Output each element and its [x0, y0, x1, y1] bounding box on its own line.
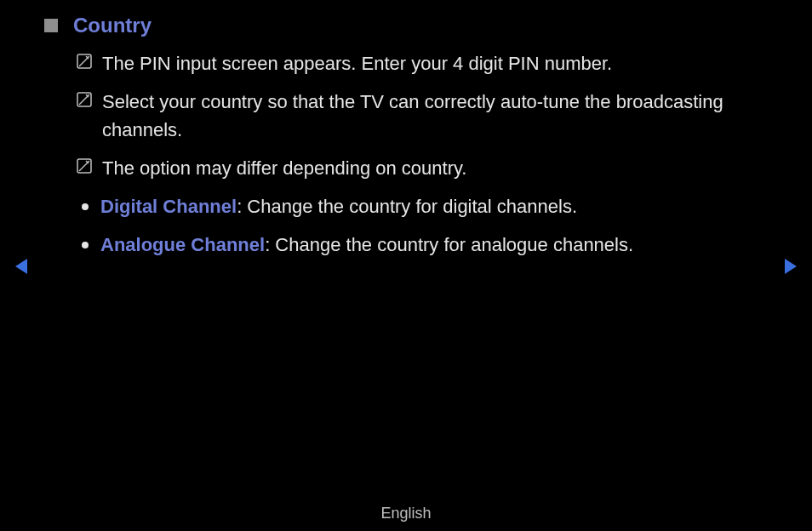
note-row: The option may differ depending on count…	[77, 154, 761, 182]
bullet-text: Digital Channel: Change the country for …	[100, 192, 577, 220]
footer-language-label: English	[0, 505, 812, 522]
note-icon	[77, 92, 92, 107]
prev-page-button[interactable]	[14, 257, 29, 276]
note-icon	[77, 158, 92, 174]
bullet-label: Analogue Channel	[100, 234, 265, 255]
bullet-row: Analogue Channel: Change the country for…	[77, 231, 761, 259]
note-row: The PIN input screen appears. Enter your…	[77, 49, 761, 77]
note-icon	[77, 54, 92, 69]
next-page-button[interactable]	[783, 257, 798, 276]
bullet-icon	[82, 203, 89, 210]
bullet-label: Digital Channel	[100, 196, 237, 217]
note-text: The option may differ depending on count…	[102, 154, 466, 182]
section-bullet-icon	[44, 19, 58, 32]
note-text: The PIN input screen appears. Enter your…	[102, 49, 612, 77]
svg-marker-3	[15, 259, 27, 274]
note-text: Select your country so that the TV can c…	[102, 88, 761, 144]
bullet-desc: : Change the country for analogue channe…	[265, 234, 633, 255]
bullet-desc: : Change the country for digital channel…	[237, 196, 577, 217]
bullet-row: Digital Channel: Change the country for …	[77, 192, 761, 220]
svg-marker-4	[785, 259, 797, 274]
section-body: The PIN input screen appears. Enter your…	[44, 49, 761, 259]
bullet-icon	[82, 242, 89, 248]
note-row: Select your country so that the TV can c…	[77, 88, 761, 144]
section-title: Country	[73, 14, 152, 37]
section-title-row: Country	[44, 14, 761, 37]
content-area: Country The PIN input screen appears. En…	[0, 0, 812, 259]
bullet-text: Analogue Channel: Change the country for…	[100, 231, 633, 259]
